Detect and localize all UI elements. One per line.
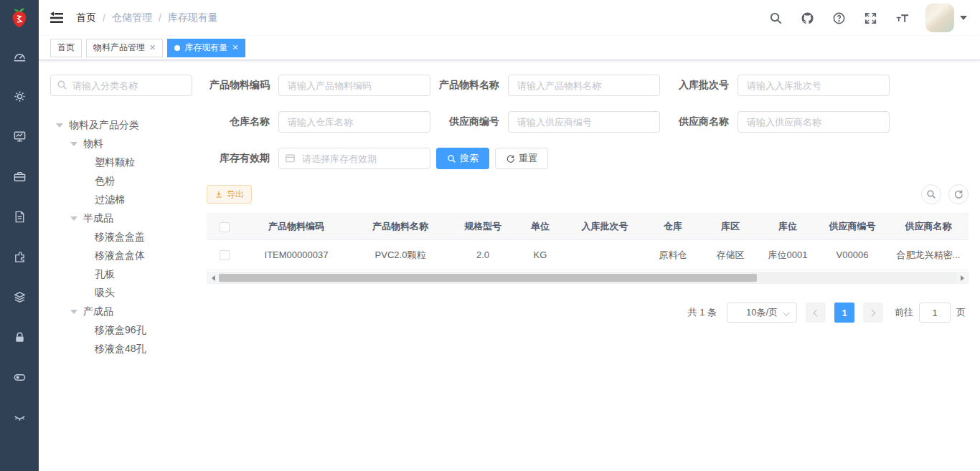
- tree-node-root[interactable]: 物料及产品分类: [50, 116, 192, 135]
- expiry-date-input[interactable]: [278, 148, 430, 169]
- sidebar-item-dashboard[interactable]: [0, 36, 39, 76]
- tree-node-label: 产成品: [83, 305, 113, 318]
- tree-node-filter-cotton[interactable]: 过滤棉: [50, 191, 192, 209]
- tab-label: 首页: [57, 42, 75, 54]
- row-checkbox[interactable]: [220, 250, 230, 260]
- tree-node-pigment[interactable]: 色粉: [50, 172, 192, 191]
- page-size-select[interactable]: 10条/页: [727, 303, 797, 323]
- tree-node-plastic-pellet[interactable]: 塑料颗粒: [50, 153, 192, 172]
- tree-node-well-plate[interactable]: 孔板: [50, 265, 192, 284]
- tab-home[interactable]: 首页: [50, 39, 82, 57]
- export-button[interactable]: 导出: [207, 185, 252, 204]
- select-all-checkbox[interactable]: [220, 222, 230, 232]
- navbar-actions: [763, 4, 967, 32]
- refresh-table-button[interactable]: [948, 184, 969, 204]
- tree-node-label: 半成品: [83, 212, 113, 225]
- tree-node-pipette-box-96[interactable]: 移液盒96孔: [50, 321, 192, 340]
- field-label-supplier-code: 供应商编号: [436, 115, 508, 128]
- sidebar-item-switch[interactable]: [0, 357, 39, 397]
- github-icon[interactable]: [795, 6, 819, 30]
- gear-icon: [13, 90, 27, 103]
- sidebar-item-layers[interactable]: [0, 277, 39, 317]
- download-icon: [215, 190, 223, 199]
- scrollbar-track[interactable]: [219, 272, 956, 283]
- sidebar-item-monitor[interactable]: [0, 116, 39, 156]
- tree-node-pipette-box-lid[interactable]: 移液盒盒盖: [50, 228, 192, 247]
- search-button[interactable]: 搜索: [436, 148, 489, 169]
- tree-node-pipette-box-48[interactable]: 移液盒48孔: [50, 340, 192, 358]
- goto-page-input[interactable]: [919, 303, 951, 323]
- tree-node-finished[interactable]: 产成品: [50, 303, 192, 321]
- filter-form: 产品物料编码 产品物料名称 入库批次号 仓库名称: [207, 75, 969, 169]
- item-name-input[interactable]: [508, 75, 660, 96]
- chevron-down-icon: [783, 309, 790, 316]
- table-row[interactable]: ITEM00000037 PVC2.0颗粒 2.0 KG 原料仓 存储区 库位0…: [207, 240, 969, 270]
- sidebar-item-plugins[interactable]: [0, 237, 39, 277]
- sidebar-item-system[interactable]: [0, 76, 39, 116]
- cell-item-code: ITEM00000037: [242, 240, 350, 270]
- sidebar-toggle-icon[interactable]: [49, 10, 65, 26]
- tab-close-icon[interactable]: ✕: [232, 44, 238, 52]
- tab-close-icon[interactable]: ✕: [149, 44, 156, 52]
- tree-node-pipette-box-body[interactable]: 移液盒盒体: [50, 247, 192, 265]
- item-code-input[interactable]: [278, 75, 430, 96]
- cell-storage-area: 存储区: [702, 240, 759, 270]
- tree-node-tip[interactable]: 吸头: [50, 284, 192, 303]
- tree-node-label: 物料: [83, 138, 103, 151]
- font-size-icon[interactable]: [890, 6, 914, 30]
- toggle-search-button[interactable]: [921, 184, 941, 204]
- sidebar-item-tools[interactable]: [0, 156, 39, 196]
- tree-node-label: 色粉: [95, 175, 115, 188]
- breadcrumb-home[interactable]: 首页: [76, 11, 96, 24]
- scrollbar-thumb[interactable]: [219, 274, 757, 282]
- reset-button-label: 重置: [519, 152, 537, 165]
- tree-caret-icon[interactable]: [70, 142, 77, 146]
- category-tree-panel: 物料及产品分类 物料 塑料颗粒 色粉 过滤棉 半成品 移液盒盒盖 移液盒盒体 孔…: [50, 75, 192, 358]
- batch-no-input[interactable]: [738, 75, 890, 96]
- breadcrumb-current: 库存现有量: [168, 11, 218, 24]
- sidebar-item-permissions[interactable]: [0, 317, 39, 357]
- scroll-left-arrow-icon[interactable]: [207, 272, 219, 283]
- tab-material-product[interactable]: 物料产品管理 ✕: [86, 39, 163, 57]
- prev-page-button[interactable]: [806, 303, 826, 323]
- tree-node-semi-finished[interactable]: 半成品: [50, 209, 192, 228]
- active-tab-dot: [174, 45, 180, 51]
- supplier-code-input[interactable]: [508, 111, 660, 133]
- cell-spec-model: 2.0: [451, 240, 515, 270]
- page-number-button[interactable]: 1: [834, 303, 854, 323]
- category-tree: 物料及产品分类 物料 塑料颗粒 色粉 过滤棉 半成品 移液盒盒盖 移液盒盒体 孔…: [50, 116, 192, 358]
- sidebar-item-hidden[interactable]: [0, 397, 39, 437]
- col-item-code: 产品物料编码: [242, 214, 350, 240]
- cell-unit: KG: [515, 240, 565, 270]
- scroll-right-arrow-icon[interactable]: [956, 272, 968, 283]
- pagination: 共 1 条 10条/页 1 前往 页: [207, 303, 969, 323]
- header-search-icon[interactable]: [763, 6, 788, 30]
- help-icon[interactable]: [826, 6, 851, 30]
- field-label-item-name: 产品物料名称: [436, 79, 508, 92]
- tree-node-material[interactable]: 物料: [50, 135, 192, 153]
- user-avatar[interactable]: [925, 4, 954, 32]
- col-storage-bin: 库位: [759, 214, 816, 240]
- col-warehouse: 仓库: [644, 214, 702, 240]
- tree-caret-icon[interactable]: [70, 310, 77, 314]
- supplier-name-input[interactable]: [738, 111, 890, 133]
- sidebar-item-documents[interactable]: [0, 196, 39, 237]
- tree-caret-icon[interactable]: [56, 123, 63, 128]
- closed-eye-icon: [13, 411, 27, 424]
- warehouse-name-input[interactable]: [278, 111, 430, 133]
- tree-node-label: 吸头: [95, 287, 115, 300]
- breadcrumb: 首页 / 仓储管理 / 库存现有量: [76, 11, 218, 24]
- app-logo[interactable]: [0, 0, 39, 36]
- category-search-input[interactable]: [50, 75, 192, 96]
- next-page-button[interactable]: [863, 303, 883, 323]
- table-horizontal-scrollbar[interactable]: [207, 272, 969, 284]
- reset-button[interactable]: 重置: [495, 148, 548, 169]
- document-icon: [13, 210, 27, 224]
- table-toolbar: 导出: [207, 184, 969, 204]
- fullscreen-icon[interactable]: [858, 6, 882, 30]
- tree-caret-icon[interactable]: [70, 217, 77, 221]
- tree-node-label: 移液盒盒体: [95, 249, 145, 262]
- tab-inventory-onhand[interactable]: 库存现有量 ✕: [167, 39, 245, 57]
- user-menu[interactable]: [925, 4, 967, 32]
- top-navbar: 首页 / 仓储管理 / 库存现有量: [39, 0, 980, 36]
